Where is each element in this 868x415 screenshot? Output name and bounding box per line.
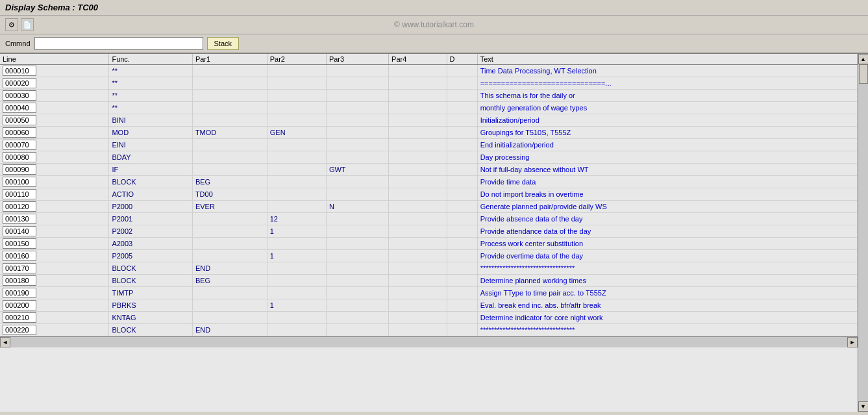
- cell-text: Provide attendance data of the day: [480, 227, 591, 235]
- cell-line: 000100: [3, 177, 36, 187]
- table-row[interactable]: 000180BLOCKBEGDetermine planned working …: [0, 275, 858, 287]
- save-icon[interactable]: 📄: [21, 18, 34, 31]
- table-row[interactable]: 000220BLOCKEND**************************…: [0, 324, 858, 336]
- command-input[interactable]: [34, 37, 203, 50]
- table-row[interactable]: 000050BINIInitialization/period: [0, 114, 858, 127]
- cell-func: BLOCK: [112, 277, 136, 284]
- table-row[interactable]: 000110ACTIOTD00Do not import breaks in o…: [0, 188, 858, 201]
- cell-par2: 1: [270, 301, 274, 309]
- col-par2: Par2: [267, 54, 326, 65]
- scroll-down-button[interactable]: ▼: [858, 401, 869, 412]
- table-row[interactable]: 000060MODTMODGENGroupings for T510S, T55…: [0, 127, 858, 139]
- table-row[interactable]: 000200PBRKS1Eval. break end inc. abs. bf…: [0, 299, 858, 312]
- toolbar: ⚙ 📄 © www.tutorialkart.com: [0, 16, 868, 34]
- cell-text: Process work center substitution: [480, 240, 583, 247]
- cell-text: Do not import breaks in overtime: [480, 190, 584, 198]
- hscroll-track: [10, 337, 847, 347]
- cell-func: MOD: [112, 129, 129, 136]
- cell-par2: 1: [270, 252, 274, 260]
- table-row[interactable]: 000040**monthly generation of wage types: [0, 102, 858, 114]
- col-text: Text: [477, 54, 857, 65]
- scroll-up-button[interactable]: ▲: [858, 54, 869, 64]
- vertical-scrollbar: ▲ ▼: [858, 54, 868, 412]
- cell-line: 000180: [3, 275, 36, 286]
- cell-par1: EVER: [195, 203, 215, 210]
- table-row[interactable]: 000030**This schema is for the daily or: [0, 90, 858, 102]
- cell-line: 000160: [3, 251, 36, 261]
- cell-func: BDAY: [112, 153, 130, 161]
- cell-text: Provide absence data of the day: [480, 215, 583, 223]
- cell-line: 000050: [3, 115, 36, 125]
- table-row[interactable]: 000070EINIEnd initialization/period: [0, 139, 858, 151]
- cell-func: **: [112, 92, 118, 99]
- scroll-right-button[interactable]: ►: [847, 337, 858, 347]
- col-par4: Par4: [389, 54, 447, 65]
- cell-func: TIMTP: [112, 289, 133, 297]
- cell-text: Determine planned working times: [480, 277, 586, 284]
- table-row[interactable]: 000150A2003Process work center substitut…: [0, 238, 858, 250]
- cell-text: Time Data Processing, WT Selection: [480, 67, 597, 75]
- cell-text: Eval. break end inc. abs. bfr/aftr break: [480, 301, 601, 309]
- cell-line: 000170: [3, 263, 36, 273]
- cell-text: **********************************: [480, 264, 575, 272]
- cell-text: Not if full-day absence without WT: [480, 166, 589, 173]
- cell-par3: N: [329, 203, 334, 210]
- cell-par1: TD00: [195, 190, 213, 198]
- cell-line: 000190: [3, 288, 36, 298]
- cell-par1: END: [195, 326, 210, 334]
- cell-func: EINI: [112, 141, 125, 149]
- cell-func: BLOCK: [112, 178, 136, 186]
- table-row[interactable]: 000120P2000EVERNGenerate planned pair/pr…: [0, 201, 858, 213]
- cell-line: 000210: [3, 312, 36, 323]
- cell-line: 000150: [3, 238, 36, 249]
- table-row[interactable]: 000190TIMTPAssign TType to time pair acc…: [0, 287, 858, 299]
- cell-line: 000120: [3, 201, 36, 212]
- schema-table: Line Func. Par1 Par2 Par3 Par4 D Text 00…: [0, 54, 858, 336]
- cell-func: **: [112, 67, 118, 75]
- cell-line: 000070: [3, 140, 36, 150]
- scroll-left-button[interactable]: ◄: [0, 337, 10, 347]
- cell-func: P2000: [112, 203, 132, 210]
- cell-line: 000040: [3, 103, 36, 113]
- table-row[interactable]: 000090IFGWTNot if full-day absence witho…: [0, 164, 858, 176]
- cell-text: Provide overtime data of the day: [480, 252, 583, 260]
- cell-par1: BEG: [195, 277, 210, 284]
- cell-func: P2001: [112, 215, 132, 223]
- command-label: Cmmnd: [5, 40, 31, 47]
- horizontal-scrollbar: ◄ ►: [0, 336, 858, 347]
- cell-par2: GEN: [270, 129, 286, 136]
- stack-button[interactable]: Stack: [207, 37, 240, 50]
- table-row[interactable]: 000170BLOCKEND**************************…: [0, 262, 858, 275]
- vscroll-track: [858, 64, 869, 401]
- col-par1: Par1: [192, 54, 267, 65]
- cell-text: Determine indicator for core night work: [480, 314, 603, 321]
- table-row[interactable]: 000140P20021Provide attendance data of t…: [0, 225, 858, 238]
- cell-line: 000020: [3, 78, 36, 88]
- cell-text: **********************************: [480, 326, 575, 334]
- cell-func: BINI: [112, 116, 125, 124]
- cell-func: P2002: [112, 227, 132, 235]
- cell-par1: END: [195, 264, 210, 272]
- table-row[interactable]: 000130P200112Provide absence data of the…: [0, 213, 858, 225]
- cell-text: Day processing: [480, 153, 530, 161]
- cell-text: Provide time data: [480, 178, 536, 186]
- cell-line: 000110: [3, 189, 36, 199]
- table-header: Line Func. Par1 Par2 Par3 Par4 D Text: [0, 54, 858, 65]
- table-row[interactable]: 000160P20051Provide overtime data of the…: [0, 250, 858, 262]
- vscroll-thumb[interactable]: [859, 64, 868, 84]
- table-row[interactable]: 000100BLOCKBEGProvide time data: [0, 176, 858, 188]
- table-row[interactable]: 000010**Time Data Processing, WT Selecti…: [0, 65, 858, 77]
- table-row[interactable]: 000020**==============================..…: [0, 77, 858, 90]
- cell-func: BLOCK: [112, 264, 136, 272]
- command-bar: Cmmnd Stack: [0, 34, 868, 54]
- content-area: Line Func. Par1 Par2 Par3 Par4 D Text 00…: [0, 54, 858, 412]
- cell-text: End initialization/period: [480, 141, 554, 149]
- table-row[interactable]: 000080BDAYDay processing: [0, 151, 858, 164]
- cell-text: Groupings for T510S, T555Z: [480, 129, 571, 136]
- settings-icon[interactable]: ⚙: [5, 18, 18, 31]
- cell-text: Initialization/period: [480, 116, 539, 124]
- cell-func: KNTAG: [112, 314, 136, 321]
- cell-line: 000090: [3, 164, 36, 175]
- table-row[interactable]: 000210KNTAGDetermine indicator for core …: [0, 312, 858, 324]
- cell-line: 000200: [3, 300, 36, 310]
